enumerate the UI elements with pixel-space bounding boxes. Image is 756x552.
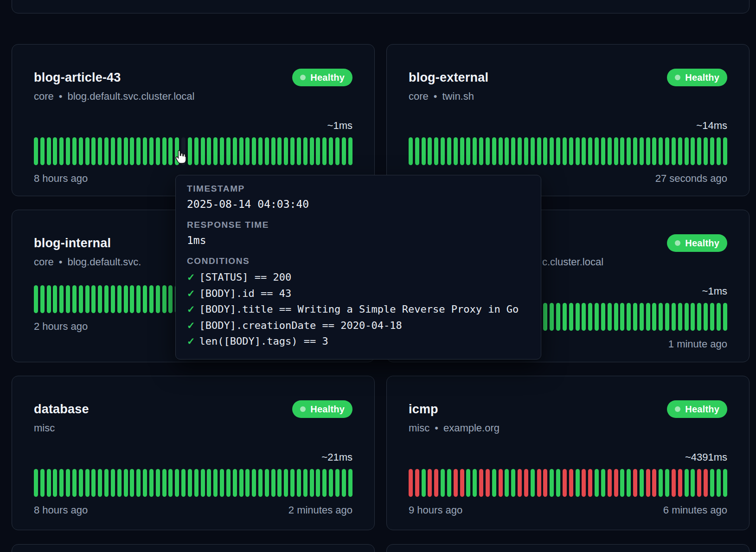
uptime-bar[interactable] <box>284 469 288 497</box>
uptime-bar[interactable] <box>543 303 547 331</box>
uptime-bar[interactable] <box>40 285 45 313</box>
uptime-bar[interactable] <box>614 137 618 165</box>
uptime-bar[interactable] <box>704 303 708 331</box>
uptime-bar[interactable] <box>220 137 224 165</box>
uptime-bar[interactable] <box>40 469 45 497</box>
uptime-bar[interactable] <box>543 469 547 497</box>
uptime-bar[interactable] <box>704 469 708 497</box>
uptime-bar[interactable] <box>34 285 38 313</box>
uptime-bars[interactable] <box>34 469 352 497</box>
uptime-bar[interactable] <box>98 285 102 313</box>
uptime-bar[interactable] <box>409 137 413 165</box>
uptime-bar[interactable] <box>428 137 432 165</box>
uptime-bar[interactable] <box>53 469 57 497</box>
uptime-bar[interactable] <box>710 303 714 331</box>
uptime-bar[interactable] <box>316 137 320 165</box>
uptime-bar[interactable] <box>201 469 205 497</box>
uptime-bar[interactable] <box>685 137 689 165</box>
uptime-bar[interactable] <box>156 469 160 497</box>
uptime-bar[interactable] <box>659 303 663 331</box>
uptime-bar[interactable] <box>620 303 624 331</box>
uptime-bar[interactable] <box>207 469 211 497</box>
uptime-bar[interactable] <box>608 303 612 331</box>
uptime-bar[interactable] <box>466 137 470 165</box>
uptime-bar[interactable] <box>91 285 96 313</box>
uptime-bar[interactable] <box>460 469 464 497</box>
uptime-bar[interactable] <box>518 137 522 165</box>
uptime-bar[interactable] <box>66 469 70 497</box>
uptime-bar[interactable] <box>104 137 109 165</box>
uptime-bar[interactable] <box>226 137 231 165</box>
uptime-bar[interactable] <box>34 137 38 165</box>
uptime-bar[interactable] <box>543 137 547 165</box>
uptime-bar[interactable] <box>258 137 263 165</box>
uptime-bar[interactable] <box>91 137 96 165</box>
uptime-bar[interactable] <box>441 137 445 165</box>
uptime-bar[interactable] <box>672 137 676 165</box>
uptime-bar[interactable] <box>569 137 573 165</box>
uptime-bar[interactable] <box>441 469 445 497</box>
uptime-bar[interactable] <box>550 137 554 165</box>
uptime-bar[interactable] <box>428 469 432 497</box>
uptime-bar[interactable] <box>531 137 535 165</box>
uptime-bar[interactable] <box>556 137 560 165</box>
uptime-bar[interactable] <box>98 137 102 165</box>
uptime-bar[interactable] <box>290 469 295 497</box>
uptime-bar[interactable] <box>646 303 650 331</box>
uptime-bar[interactable] <box>162 137 167 165</box>
uptime-bar[interactable] <box>550 303 554 331</box>
uptime-bar[interactable] <box>117 137 122 165</box>
uptime-bar[interactable] <box>537 137 541 165</box>
uptime-bar[interactable] <box>111 285 115 313</box>
uptime-bar[interactable] <box>678 137 682 165</box>
uptime-bar[interactable] <box>614 469 618 497</box>
uptime-bar[interactable] <box>181 469 186 497</box>
uptime-bar[interactable] <box>47 285 51 313</box>
uptime-bar[interactable] <box>143 137 147 165</box>
uptime-bar[interactable] <box>130 469 134 497</box>
uptime-bar[interactable] <box>329 137 333 165</box>
uptime-bar[interactable] <box>156 137 160 165</box>
uptime-bar[interactable] <box>348 469 352 497</box>
uptime-bar[interactable] <box>685 303 689 331</box>
uptime-bar[interactable] <box>265 469 269 497</box>
uptime-bar[interactable] <box>220 469 224 497</box>
uptime-bar[interactable] <box>72 137 77 165</box>
endpoint-card[interactable]: database Healthy misc ~21ms 8 hours ago … <box>12 376 375 530</box>
uptime-bar[interactable] <box>627 137 631 165</box>
uptime-bars[interactable] <box>34 137 352 165</box>
uptime-bar[interactable] <box>524 137 528 165</box>
uptime-bar[interactable] <box>723 469 727 497</box>
uptime-bar[interactable] <box>608 469 612 497</box>
uptime-bar[interactable] <box>348 137 352 165</box>
uptime-bar[interactable] <box>486 137 490 165</box>
endpoint-card[interactable]: blog-external Healthy core • twin.sh ~14… <box>386 44 750 196</box>
uptime-bar[interactable] <box>130 285 134 313</box>
uptime-bar[interactable] <box>614 303 618 331</box>
uptime-bar[interactable] <box>710 137 714 165</box>
uptime-bar[interactable] <box>665 303 669 331</box>
uptime-bar[interactable] <box>124 137 128 165</box>
uptime-bar[interactable] <box>447 469 451 497</box>
uptime-bar[interactable] <box>492 469 496 497</box>
uptime-bar[interactable] <box>213 469 218 497</box>
uptime-bar[interactable] <box>665 137 669 165</box>
uptime-bar[interactable] <box>588 469 592 497</box>
uptime-bar[interactable] <box>245 137 250 165</box>
uptime-bar[interactable] <box>499 469 503 497</box>
uptime-bar[interactable] <box>277 469 282 497</box>
uptime-bar[interactable] <box>499 137 503 165</box>
uptime-bar[interactable] <box>59 137 64 165</box>
uptime-bar[interactable] <box>168 137 173 165</box>
uptime-bar[interactable] <box>492 137 496 165</box>
uptime-bar[interactable] <box>130 137 134 165</box>
uptime-bar[interactable] <box>601 137 605 165</box>
uptime-bar[interactable] <box>672 469 676 497</box>
uptime-bar[interactable] <box>678 303 682 331</box>
uptime-bar[interactable] <box>633 469 637 497</box>
uptime-bar[interactable] <box>608 137 612 165</box>
uptime-bar[interactable] <box>136 469 141 497</box>
uptime-bar[interactable] <box>563 137 567 165</box>
uptime-bar[interactable] <box>473 469 477 497</box>
uptime-bar[interactable] <box>149 469 154 497</box>
